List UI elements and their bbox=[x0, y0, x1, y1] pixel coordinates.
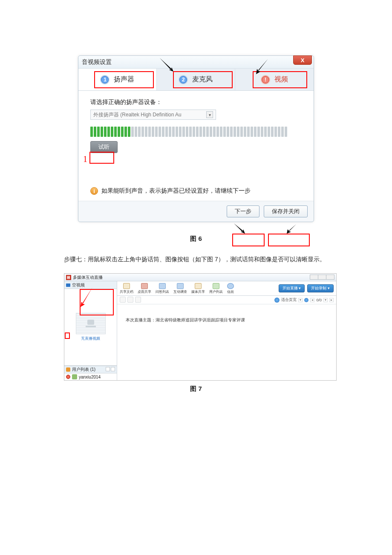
save-close-button[interactable]: 保存并关闭 bbox=[264, 205, 308, 217]
device-value: 外接扬声器 (Realtek High Definition Au bbox=[93, 111, 182, 119]
user-avatar-icon bbox=[72, 374, 77, 379]
userlist-action-icon[interactable] bbox=[106, 367, 110, 371]
save-close-label: 保存并关闭 bbox=[272, 208, 300, 214]
app-body: 空视频 无直播视频 用户列表 (1) bbox=[64, 281, 336, 380]
av-settings-dialog: 音视频设置 X 1 扬声器 2 麦克风 ! 视频 请选择正确的扬声器设备： 外接… bbox=[78, 55, 314, 222]
main-toolbar: 共享文档桌面共享问答列表互动调查媒体共享用户列表信息 开始直播 ▾ 开始录制 ▾ bbox=[117, 281, 336, 296]
prev-page-icon[interactable]: ◂ bbox=[310, 298, 314, 302]
chevron-down-icon[interactable]: ▾ bbox=[298, 298, 303, 302]
window-controls[interactable] bbox=[310, 275, 334, 280]
close-icon: X bbox=[301, 57, 305, 64]
chevron-down-icon: ▾ bbox=[206, 111, 213, 118]
svg-rect-1 bbox=[86, 326, 96, 327]
toolbar-icon bbox=[213, 283, 219, 289]
toolbar-item-label: 问答列表 bbox=[156, 289, 169, 294]
userlist-action-icon[interactable] bbox=[111, 367, 115, 371]
fit-page-label: 适合页宽 bbox=[281, 297, 297, 303]
app-title-left: ▤ 多媒体互动直播 bbox=[66, 275, 103, 280]
annotation-arrow-icon bbox=[284, 223, 297, 234]
file-icon[interactable] bbox=[135, 297, 141, 303]
figure-7-caption: 图 7 bbox=[64, 385, 328, 393]
start-live-button[interactable]: 开始直播 ▾ bbox=[279, 284, 305, 292]
tab-speaker[interactable]: 1 扬声器 bbox=[78, 69, 157, 90]
globe-icon[interactable] bbox=[274, 298, 280, 303]
tab-alert-icon: ! bbox=[261, 75, 270, 84]
app-logo-icon: ▤ bbox=[66, 275, 71, 280]
tab-video[interactable]: ! 视频 bbox=[235, 69, 314, 90]
test-listen-button[interactable]: 试听 bbox=[90, 141, 118, 153]
toolbar-item-label: 共享文档 bbox=[120, 289, 133, 294]
video-panel-header: 空视频 bbox=[64, 281, 117, 289]
userlist-title: 用户列表 (1) bbox=[72, 367, 95, 373]
tab-number-icon: 2 bbox=[179, 75, 188, 84]
dialog-footer: 下一步 保存并关闭 bbox=[78, 201, 314, 222]
camera-icon bbox=[66, 283, 70, 287]
dialog-title: 音视频设置 bbox=[82, 58, 112, 66]
hint-row: i 如果能听到声音，表示扬声器已经设置好，请继续下一步 bbox=[90, 187, 302, 195]
toolbar-item[interactable]: 用户列表 bbox=[209, 283, 223, 294]
next-step-button[interactable]: 下一步 bbox=[227, 205, 259, 217]
start-live-label: 开始直播 ▾ bbox=[282, 286, 301, 290]
figure-6: 音视频设置 X 1 扬声器 2 麦克风 ! 视频 请选择正确的扬声器设备： 外接… bbox=[78, 55, 314, 222]
app-title: 多媒体互动直播 bbox=[73, 275, 103, 280]
minimize-icon[interactable] bbox=[310, 275, 318, 280]
file-icon[interactable] bbox=[127, 297, 133, 303]
camera-placeholder[interactable] bbox=[76, 313, 106, 334]
tab-microphone[interactable]: 2 麦克风 bbox=[157, 69, 235, 90]
speaker-status-icon[interactable] bbox=[66, 375, 70, 379]
toolbar-icon bbox=[195, 283, 202, 289]
right-panel: 共享文档桌面共享问答列表互动调查媒体共享用户列表信息 开始直播 ▾ 开始录制 ▾… bbox=[117, 281, 336, 380]
info-icon: i bbox=[90, 187, 98, 195]
dialog-titlebar: 音视频设置 bbox=[78, 56, 314, 69]
userlist-actions bbox=[105, 367, 115, 372]
left-panel: 空视频 无直播视频 用户列表 (1) bbox=[64, 281, 117, 380]
toolbar-item[interactable]: 问答列表 bbox=[156, 283, 169, 294]
no-video-text: 无直播视频 bbox=[81, 336, 100, 341]
toolbar-item-label: 桌面共享 bbox=[138, 289, 151, 294]
dialog-content: 请选择正确的扬声器设备： 外接扬声器 (Realtek High Definit… bbox=[78, 91, 314, 201]
device-prompt: 请选择正确的扬声器设备： bbox=[90, 98, 302, 106]
toolbar-item[interactable]: 媒体共享 bbox=[191, 283, 205, 294]
subbar-right: 适合页宽 ▾ ◂ 0/0 ▾ ▸ bbox=[274, 297, 334, 303]
document-area: 本次直播主题：湖北省特级教师巡回讲学训后跟踪项目专家评课 bbox=[117, 304, 336, 380]
toolbar-icon bbox=[177, 283, 184, 289]
user-name: yanxiu2014 bbox=[79, 375, 101, 379]
pager-label: 0/0 bbox=[316, 298, 322, 302]
svg-rect-0 bbox=[87, 320, 94, 325]
tab-number-icon: 1 bbox=[100, 75, 110, 84]
toolbar-icon bbox=[159, 283, 166, 289]
chevron-down-icon[interactable]: ▾ bbox=[323, 298, 328, 302]
live-topic-text: 本次直播主题：湖北省特级教师巡回讲学训后跟踪项目专家评课 bbox=[126, 318, 245, 322]
speaker-device-select[interactable]: 外接扬声器 (Realtek High Definition Au ▾ bbox=[90, 110, 216, 120]
userlist-header: 用户列表 (1) bbox=[64, 366, 117, 373]
user-row[interactable]: yanxiu2014 bbox=[64, 373, 117, 380]
toolbar-item[interactable]: 信息 bbox=[227, 283, 234, 294]
webcam-icon bbox=[85, 319, 97, 328]
next-step-label: 下一步 bbox=[235, 208, 251, 214]
toolbar-item[interactable]: 共享文档 bbox=[120, 283, 133, 294]
video-panel-title: 空视频 bbox=[72, 282, 85, 288]
toolbar-icon bbox=[123, 283, 130, 289]
toolbar-icon bbox=[141, 283, 148, 289]
tab-strip: 1 扬声器 2 麦克风 ! 视频 bbox=[78, 69, 314, 91]
toolbar-item[interactable]: 桌面共享 bbox=[138, 283, 151, 294]
sub-toolbar: 适合页宽 ▾ ◂ 0/0 ▾ ▸ bbox=[117, 296, 336, 304]
tab-label: 扬声器 bbox=[114, 75, 134, 84]
start-record-button[interactable]: 开始录制 ▾ bbox=[307, 284, 334, 292]
close-icon[interactable] bbox=[326, 275, 334, 280]
figure-7: ▤ 多媒体互动直播 空视频 无直播视频 bbox=[64, 273, 337, 381]
toolbar-item[interactable]: 互动调查 bbox=[173, 283, 187, 294]
multimedia-app-window: ▤ 多媒体互动直播 空视频 无直播视频 bbox=[64, 274, 336, 380]
toolbar-item-label: 互动调查 bbox=[173, 289, 187, 294]
close-button[interactable]: X bbox=[293, 55, 312, 65]
nav-dot-icon[interactable] bbox=[304, 298, 308, 302]
tab-label: 视频 bbox=[274, 75, 288, 84]
toolbar-right: 开始直播 ▾ 开始录制 ▾ bbox=[279, 284, 334, 292]
maximize-icon[interactable] bbox=[318, 275, 326, 280]
people-icon bbox=[66, 367, 70, 372]
volume-meter bbox=[90, 127, 302, 137]
toolbar-item-label: 媒体共享 bbox=[191, 289, 205, 294]
next-page-icon[interactable]: ▸ bbox=[329, 298, 334, 302]
start-record-label: 开始录制 ▾ bbox=[311, 286, 330, 290]
file-icon[interactable] bbox=[120, 297, 126, 303]
